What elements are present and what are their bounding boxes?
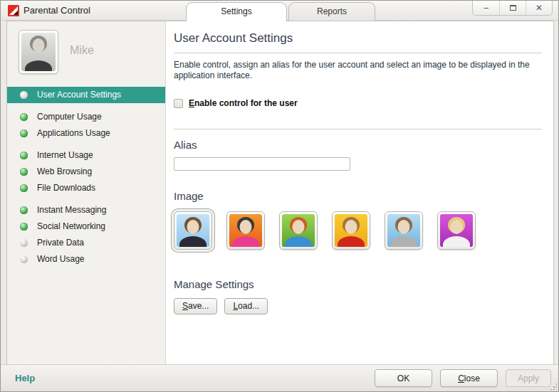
sidebar-item-internet-usage[interactable]: Internet Usage [7,147,165,164]
avatar-option-woman-brown-hair[interactable] [332,211,370,250]
avatar-image-man-in-suit [177,214,209,247]
avatar-torso [285,236,312,247]
status-bullet-icon [20,152,28,159]
window-title: Parental Control [23,1,90,20]
avatar-head [293,220,305,234]
avatar-head [187,220,199,234]
sidebar-item-web-browsing[interactable]: Web Browsing [7,164,165,180]
avatar-torso [338,236,365,247]
avatar-torso [390,236,417,247]
load-button[interactable]: Load... [224,298,268,314]
status-bullet-icon [20,184,28,192]
avatar-torso [443,236,470,247]
sidebar-item-label: Word Usage [37,254,84,264]
sidebar-item-label: User Account Settings [37,90,121,100]
alias-heading: Alias [174,139,542,151]
kaspersky-logo-icon [8,5,19,16]
user-avatar-image [21,33,56,71]
content-area: User Account Settings Enable control, as… [167,21,553,365]
avatar-option-boy-gray-shirt[interactable] [385,211,423,250]
sidebar: Mike User Account Settings Computer Usag… [7,21,166,365]
footer-buttons: OK Close Apply [375,369,551,387]
avatar-torso [25,60,52,71]
save-button[interactable]: Save... [174,298,217,314]
divider [174,129,542,129]
apply-button[interactable]: Apply [506,369,551,387]
help-link[interactable]: Help [15,365,35,391]
status-bullet-icon [20,239,28,247]
user-name: Mike [70,44,94,57]
sidebar-item-label: Instant Messaging [37,205,106,215]
tab-settings[interactable]: Settings [186,2,287,21]
user-avatar [19,30,58,74]
alias-input[interactable] [174,157,350,171]
avatar-torso [232,236,259,247]
footer-bar: Help OK Close Apply [1,364,558,391]
status-bullet-icon [20,223,28,231]
avatar-head [33,38,45,53]
avatar-option-girl-pigtails[interactable] [437,211,476,250]
sidebar-item-label: File Downloads [37,183,95,193]
main-panel: Mike User Account Settings Computer Usag… [6,21,554,366]
sidebar-item-social-networking[interactable]: Social Networking [7,218,165,235]
minimize-button[interactable]: – [473,1,499,15]
maximize-button[interactable] [499,1,526,15]
close-button[interactable]: ✕ [526,1,552,15]
sidebar-item-instant-messaging[interactable]: Instant Messaging [7,202,165,218]
avatar-image-boy-red-hair [282,214,315,247]
user-card [19,30,58,74]
sidebar-item-file-downloads[interactable]: File Downloads [7,180,165,196]
page-title: User Account Settings [174,31,542,46]
avatar-torso [179,236,207,247]
divider [174,53,542,53]
tab-settings-label: Settings [221,6,251,16]
avatar-image-woman-dark-hair [229,214,262,247]
close-icon: ✕ [536,3,543,13]
sidebar-item-label: Applications Usage [37,128,110,138]
sidebar-item-applications-usage[interactable]: Applications Usage [7,125,165,142]
sidebar-item-label: Private Data [37,238,84,248]
enable-control-label: Enable control for the user [189,98,298,108]
sidebar-item-label: Social Networking [37,221,105,231]
status-bullet-icon [20,168,28,176]
sidebar-item-label: Internet Usage [37,150,93,160]
avatar-image-boy-gray-shirt [387,214,420,247]
avatar-picker [174,211,542,250]
page-description: Enable control, assign an alias for the … [174,60,542,81]
manage-settings-heading: Manage Settings [174,278,542,290]
avatar-head [451,220,463,234]
status-bullet-icon [20,129,28,137]
manage-settings-buttons: Save... Load... [174,298,542,314]
sidebar-item-label: Computer Usage [37,112,102,122]
parental-control-window: Parental Control – ✕ Settings Reports [0,0,559,392]
enable-control-checkbox[interactable] [174,99,183,108]
avatar-option-woman-dark-hair[interactable] [226,211,265,250]
status-bullet-icon [20,255,28,263]
close-dialog-button[interactable]: Close [440,369,498,387]
avatar-head [398,220,410,234]
avatar-head [240,220,252,234]
image-heading: Image [174,190,542,202]
ok-button[interactable]: OK [375,369,432,387]
sidebar-item-user-account-settings[interactable]: User Account Settings [7,87,165,103]
tab-reports-label: Reports [317,6,347,16]
sidebar-nav: User Account Settings Computer Usage App… [7,87,165,267]
window-controls: – ✕ [472,1,553,16]
enable-control-row[interactable]: Enable control for the user [174,98,542,108]
sidebar-item-word-usage[interactable]: Word Usage [7,251,165,267]
avatar-image-girl-pigtails [440,214,473,247]
avatar-head [345,220,357,234]
sidebar-item-computer-usage[interactable]: Computer Usage [7,109,165,125]
status-bullet-icon [20,206,28,214]
maximize-icon [510,5,516,11]
avatar-option-boy-red-hair[interactable] [279,211,318,250]
avatar-option-man-in-suit[interactable] [174,211,212,250]
tab-reports[interactable]: Reports [288,2,375,21]
sidebar-item-label: Web Browsing [37,166,92,176]
sidebar-item-private-data[interactable]: Private Data [7,235,165,251]
status-bullet-icon [20,113,28,121]
minimize-icon: – [484,3,489,13]
status-bullet-icon [20,91,28,99]
avatar-image-woman-brown-hair [335,214,367,247]
